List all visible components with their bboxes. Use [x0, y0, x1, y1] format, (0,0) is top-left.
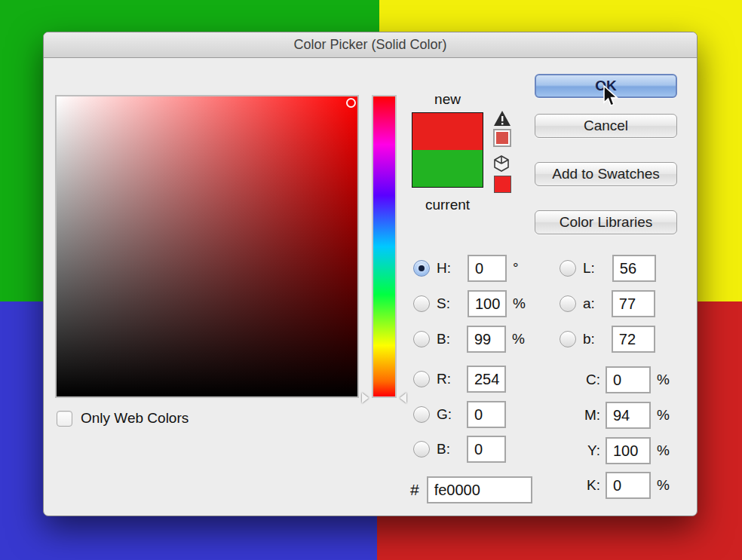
h-radio[interactable]	[413, 260, 430, 277]
only-web-colors-checkbox[interactable]	[57, 411, 72, 427]
h-input[interactable]	[468, 255, 507, 282]
s-radio[interactable]	[413, 295, 430, 312]
b-suffix: %	[512, 331, 525, 347]
l-label: L:	[583, 260, 595, 277]
b-label: B:	[437, 331, 450, 347]
ok-button[interactable]: OK	[535, 74, 677, 98]
color-picker-dialog: Color Picker (Solid Color) Only Web Colo…	[43, 32, 698, 516]
c-label: C:	[578, 372, 600, 388]
lab-b-label: b:	[583, 331, 595, 347]
saturation-brightness-field[interactable]	[55, 95, 359, 398]
web-safe-cube-icon[interactable]	[492, 155, 511, 173]
a-label: a:	[583, 295, 595, 312]
gamut-warning-icon[interactable]	[494, 111, 511, 126]
color-libraries-button[interactable]: Color Libraries	[535, 210, 677, 234]
r-radio[interactable]	[413, 371, 430, 387]
s-input[interactable]	[468, 290, 507, 317]
l-input[interactable]	[612, 255, 656, 282]
add-to-swatches-button[interactable]: Add to Swatches	[535, 162, 677, 186]
k-suffix: %	[657, 477, 670, 494]
g-label: G:	[437, 406, 452, 423]
hex-label: #	[410, 481, 419, 499]
m-label: M:	[578, 407, 600, 424]
gamut-color-swatch[interactable]	[493, 129, 511, 147]
new-color-swatch	[412, 113, 483, 150]
screen: Color Picker (Solid Color) Only Web Colo…	[0, 0, 742, 560]
k-input[interactable]	[606, 472, 651, 499]
cancel-button[interactable]: Cancel	[535, 114, 677, 138]
c-suffix: %	[657, 372, 670, 388]
web-safe-color-swatch[interactable]	[494, 176, 511, 193]
b-radio[interactable]	[413, 331, 430, 347]
m-suffix: %	[657, 407, 670, 424]
dialog-titlebar[interactable]: Color Picker (Solid Color)	[44, 32, 697, 58]
a-radio[interactable]	[560, 295, 576, 312]
b-input[interactable]	[467, 326, 506, 353]
b2-label: B:	[437, 441, 450, 457]
y-input[interactable]	[606, 437, 651, 464]
lab-b-radio[interactable]	[560, 331, 576, 347]
l-radio[interactable]	[560, 260, 576, 277]
h-label: H:	[437, 260, 451, 277]
current-color-label: current	[412, 197, 483, 213]
hue-slider[interactable]	[372, 95, 397, 398]
a-input[interactable]	[612, 290, 655, 317]
hue-handle-left[interactable]	[362, 393, 369, 403]
new-current-swatch	[412, 112, 483, 188]
dialog-title: Color Picker (Solid Color)	[293, 37, 446, 53]
current-color-swatch[interactable]	[412, 150, 483, 187]
s-suffix: %	[513, 295, 526, 312]
only-web-colors-label: Only Web Colors	[81, 410, 189, 427]
r-input[interactable]	[467, 366, 506, 393]
y-label: Y:	[578, 442, 600, 459]
hue-handle-right[interactable]	[400, 393, 406, 403]
b2-radio[interactable]	[413, 441, 430, 457]
color-field-marker[interactable]	[346, 98, 356, 108]
b2-input[interactable]	[467, 436, 506, 463]
new-color-label: new	[412, 91, 483, 108]
g-input[interactable]	[467, 401, 506, 428]
s-label: S:	[437, 295, 450, 312]
r-label: R:	[437, 371, 451, 387]
m-input[interactable]	[606, 402, 651, 429]
y-suffix: %	[657, 442, 670, 459]
g-radio[interactable]	[413, 406, 430, 423]
hex-input[interactable]	[427, 476, 532, 503]
c-input[interactable]	[606, 366, 651, 393]
h-suffix: °	[513, 260, 519, 277]
lab-b-input[interactable]	[612, 326, 655, 353]
k-label: K:	[578, 477, 600, 494]
